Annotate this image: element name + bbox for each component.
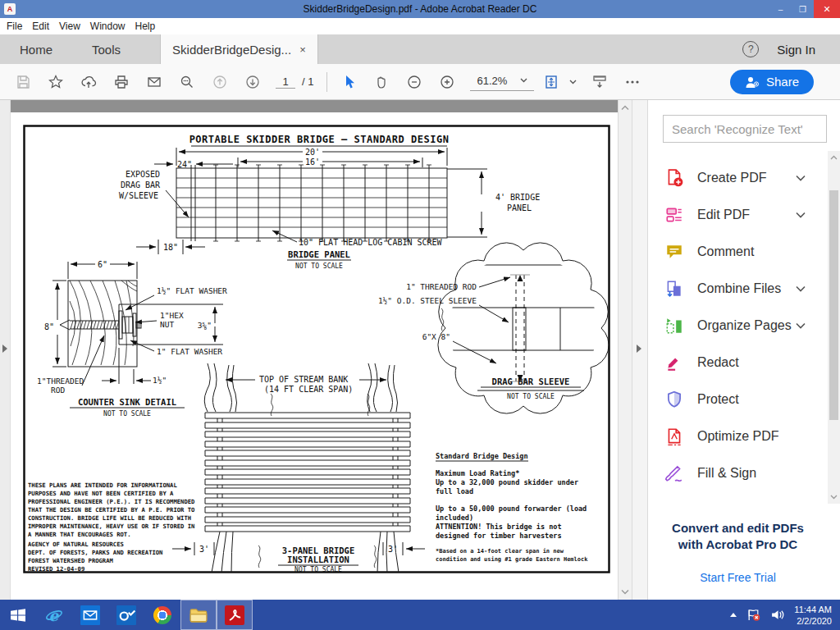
sidebar-item-label: Optimize PDF: [697, 429, 779, 444]
sidebar-scrollbar[interactable]: [828, 151, 840, 504]
start-free-trial-link[interactable]: Start Free Trial: [700, 571, 776, 584]
zoom-level-value: 61.2%: [477, 75, 507, 87]
page-number-input[interactable]: 1: [276, 75, 295, 89]
share-person-icon: [745, 75, 760, 89]
close-button[interactable]: ✕: [814, 0, 840, 18]
scroll-down-icon[interactable]: [830, 495, 838, 500]
specs-heading: Standard Bridge Design: [436, 452, 528, 460]
chevron-down-icon[interactable]: [796, 285, 806, 292]
sidebar-item-combine-files[interactable]: Combine Files: [648, 270, 840, 307]
minimize-button[interactable]: –: [769, 0, 792, 18]
disclaimer-line: IMPROPER MAINTENANCE, HEAVY USE OR IF ST…: [28, 523, 194, 530]
share-button-label: Share: [766, 75, 799, 89]
sidebar-item-fill-sign[interactable]: Fill & Sign: [648, 454, 840, 491]
sidebar-item-edit-pdf[interactable]: Edit PDF: [648, 196, 840, 233]
zoom-out-icon[interactable]: [398, 69, 431, 95]
sidebar-item-label: Create PDF: [697, 171, 766, 185]
print-icon[interactable]: [105, 69, 138, 95]
volume-icon[interactable]: [770, 608, 784, 622]
share-button[interactable]: Share: [730, 70, 814, 94]
bridge-panel-nts: NOT TO SCALE: [295, 262, 343, 270]
toolbar-customize-icon[interactable]: [583, 69, 616, 95]
specs-line: included): [436, 514, 473, 522]
sidebar-item-redact[interactable]: Redact: [648, 344, 840, 381]
file-explorer-icon: [189, 605, 208, 625]
svg-text:e: e: [48, 606, 59, 623]
menu-help[interactable]: Help: [130, 21, 161, 32]
sidebar-item-label: Combine Files: [697, 281, 781, 296]
menu-view[interactable]: View: [54, 21, 85, 32]
sidebar-item-organize-pages[interactable]: Organize Pages: [648, 307, 840, 344]
email-icon[interactable]: [138, 69, 171, 95]
chevron-down-icon[interactable]: [796, 322, 806, 329]
scroll-up-icon[interactable]: [621, 105, 629, 111]
sidebar-item-optimize-pdf[interactable]: Optimize PDF: [648, 418, 840, 454]
acrobat-icon: [225, 605, 244, 625]
tools-pane-strip: [632, 100, 648, 600]
chevron-down-icon[interactable]: [796, 212, 806, 218]
hand-tool-icon[interactable]: [365, 69, 398, 95]
next-page-icon[interactable]: [236, 69, 269, 95]
dim-3ft-left: 3': [199, 545, 209, 554]
sidebar-item-label: Protect: [697, 392, 739, 407]
edit-pdf-icon: [664, 205, 684, 225]
cloud-upload-icon[interactable]: [72, 69, 105, 95]
tab-tools[interactable]: Tools: [72, 34, 140, 64]
agency-line: FOREST WATERSHED PROGRAM: [28, 557, 114, 564]
tab-document[interactable]: SkidderBridgeDesig... ×: [160, 34, 318, 64]
start-button[interactable]: [0, 600, 36, 630]
sidebar-item-protect[interactable]: Protect: [648, 381, 840, 418]
cs-hexnut-label-2: NUT: [160, 320, 174, 329]
taskbar-chrome[interactable]: [144, 600, 180, 630]
fill-sign-pen-icon: [664, 463, 684, 483]
acrobat-window: A SkidderBridgeDesign.pdf - Adobe Acroba…: [0, 0, 840, 630]
clock-time: 11:44 AM: [794, 604, 832, 615]
scroll-up-icon[interactable]: [830, 155, 838, 160]
taskbar-mail[interactable]: [72, 600, 108, 630]
collapse-tools-pane-arrow[interactable]: [637, 345, 641, 353]
more-tools-icon[interactable]: [616, 69, 649, 95]
select-tool-icon[interactable]: [332, 69, 365, 95]
agency-line: REVISED 12-04-09: [28, 565, 84, 573]
search-icon[interactable]: [171, 69, 203, 95]
zoom-level-control[interactable]: 61.2%: [470, 73, 534, 91]
menu-window[interactable]: Window: [85, 21, 130, 32]
chevron-down-icon[interactable]: [796, 175, 806, 181]
scroll-down-icon[interactable]: [621, 589, 629, 595]
taskbar-internet-explorer[interactable]: e: [36, 600, 72, 630]
drawing-title: PORTABLE SKIDDER BRIDGE — STANDARD DESIG…: [189, 134, 450, 145]
sidebar-item-comment[interactable]: Comment: [648, 233, 840, 270]
taskbar-clock[interactable]: 11:44 AM 2/2/2020: [794, 604, 832, 627]
stream-bank-label-1: TOP OF STREAM BANK: [259, 375, 348, 384]
stream-bank-label-2: (14 FT CLEAR SPAN): [264, 385, 353, 394]
save-icon[interactable]: [7, 69, 39, 95]
restore-button[interactable]: ❐: [792, 0, 814, 18]
previous-page-icon[interactable]: [203, 69, 236, 95]
menu-edit[interactable]: Edit: [27, 21, 54, 32]
help-icon[interactable]: ?: [742, 41, 759, 57]
fit-page-icon[interactable]: [541, 69, 562, 95]
tab-home[interactable]: Home: [0, 34, 72, 64]
tab-close-icon[interactable]: ×: [299, 44, 306, 55]
fit-page-dropdown-icon[interactable]: [562, 69, 583, 95]
tray-expand-icon[interactable]: [730, 613, 737, 617]
cs-dim-1-5in: 1½": [153, 376, 167, 385]
taskbar-acrobat[interactable]: [217, 600, 253, 630]
search-input[interactable]: [663, 115, 827, 143]
scrollbar-thumb[interactable]: [829, 190, 838, 420]
zoom-in-icon[interactable]: [431, 69, 463, 95]
promo-line-2: with Acrobat Pro DC: [648, 536, 828, 553]
action-center-flag-icon[interactable]: [746, 608, 760, 622]
expand-left-panel-arrow[interactable]: [2, 345, 7, 353]
taskbar-file-explorer[interactable]: [180, 600, 217, 630]
sidebar-item-create-pdf[interactable]: Create PDF: [648, 159, 840, 196]
star-icon[interactable]: [39, 69, 72, 95]
sidebar-item-label: Comment: [697, 244, 754, 259]
optimize-pdf-icon: [664, 427, 684, 446]
toolbar: 1 / 1 61.2% Sh: [0, 64, 840, 100]
sign-in-button[interactable]: Sign In: [777, 43, 815, 57]
agency-line: DEPT. OF FORESTS, PARKS AND RECREATION: [28, 549, 162, 556]
taskbar-outlook[interactable]: [108, 600, 144, 630]
document-scrollbar[interactable]: [618, 100, 632, 600]
menu-file[interactable]: File: [2, 21, 27, 32]
